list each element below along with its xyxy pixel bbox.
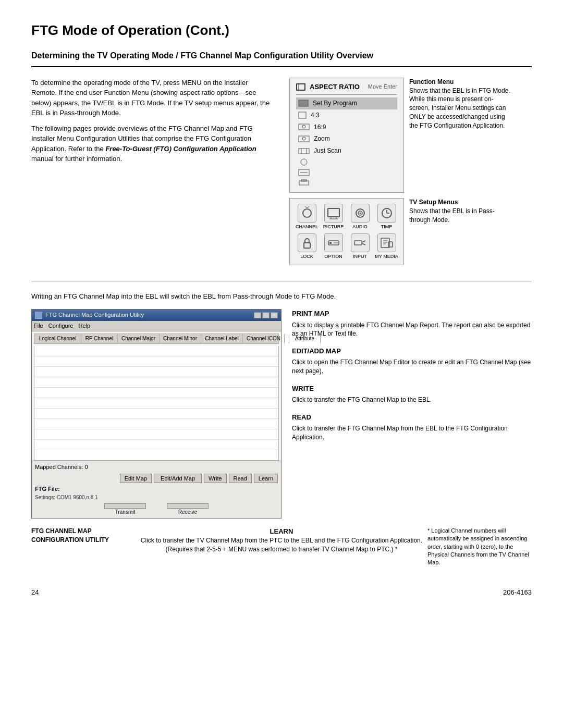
ar-icon-extra2 (298, 169, 310, 176)
aspect-ratio-container: ASPECT RATIO Move Enter Set By Program 4… (289, 78, 532, 193)
tv-setup-input: INPUT (348, 233, 372, 260)
tv-setup-time: TIME (375, 204, 398, 230)
bottom-label-left: FTG CHANNEL MAP CONFIGURATION UTILITY (31, 527, 136, 567)
tv-setup-note-text: Shows that the EBL is in Pass-through Mo… (409, 207, 495, 224)
edit-map-button[interactable]: Edit Map (120, 474, 152, 483)
table-row (34, 388, 278, 398)
mapped-channels: Mapped Channels: 0 (35, 463, 278, 471)
ftg-settings: Settings: COM1 9600,n,8,1 (35, 494, 278, 501)
para2: The following pages provide overviews of… (31, 124, 274, 164)
aspect-ratio-icon (296, 83, 305, 91)
col-empty (285, 334, 289, 343)
learn-button[interactable]: Learn (254, 474, 278, 483)
tv-setup-container: CHANNEL PICTURE AUDIO (289, 198, 532, 265)
ar-icon-justscan (298, 147, 310, 154)
ftg-buttons: Edit Map Edit/Add Map Write Read Learn (35, 474, 278, 483)
ftg-titlebar: FTG Channel Map Configuration Utility _ … (32, 310, 281, 320)
col-logical: Logical Channel (34, 334, 81, 343)
edit-add-map-title: EDIT/ADD MAP (292, 347, 532, 356)
learn-label: LEARN (136, 527, 427, 536)
ar-icon-extra3 (298, 179, 310, 187)
svg-line-35 (362, 243, 365, 245)
table-row (34, 356, 278, 367)
edit-add-map-button[interactable]: Edit/Add Map (154, 474, 202, 483)
maximize-button[interactable]: □ (262, 312, 270, 318)
edit-add-map-annotation: EDIT/ADD MAP Click to open the FTG Chann… (292, 347, 532, 376)
ar-icon-setbyprogram (298, 100, 309, 107)
aspect-ratio-box: ASPECT RATIO Move Enter Set By Program 4… (289, 78, 404, 193)
print-map-title: PRINT MAP (292, 309, 532, 318)
tv-setup-option: OPTION (322, 233, 345, 260)
ar-item-zoom[interactable]: Zoom (296, 133, 397, 145)
ar-item-extra3 (296, 178, 397, 188)
svg-point-5 (302, 125, 305, 128)
table-row (34, 440, 278, 450)
ftg-table-header: Logical Channel RF Channel Channel Major… (34, 334, 279, 344)
ftg-titlebar-left: FTG Channel Map Configuration Utility (35, 311, 144, 319)
col-major: Channel Major (118, 334, 160, 343)
tv-setup-mymedia: MY MEDIA (375, 233, 398, 260)
write-button[interactable]: Write (204, 474, 226, 483)
tv-setup-note-title: TV Setup Menus (409, 199, 458, 206)
para1: To determine the operating mode of the T… (31, 78, 274, 118)
lock-icon (298, 233, 316, 252)
section-subtitle: Determining the TV Operating Mode / FTG … (31, 50, 532, 67)
read-button[interactable]: Read (229, 474, 252, 483)
ftg-transmit-row: Transmit Receive (35, 503, 278, 516)
bottom-labels: FTG CHANNEL MAP CONFIGURATION UTILITY LE… (31, 527, 532, 567)
menu-file[interactable]: File (34, 322, 43, 330)
ar-item-extra1 (296, 157, 397, 167)
menu-help[interactable]: Help (78, 322, 90, 330)
table-row (34, 409, 278, 419)
ar-icon-extra1 (298, 158, 310, 166)
read-title: READ (292, 413, 532, 422)
ftg-window: FTG Channel Map Configuration Utility _ … (31, 309, 282, 519)
right-annotations: PRINT MAP Click to display a printable F… (292, 309, 532, 441)
ftg-utility-label: FTG CHANNEL MAP CONFIGURATION UTILITY (31, 527, 136, 545)
left-text-block: To determine the operating mode of the T… (31, 78, 274, 265)
svg-point-16 (303, 209, 311, 217)
receive-section: Receive (167, 503, 209, 516)
svg-rect-3 (299, 112, 306, 118)
minimize-button[interactable]: _ (254, 312, 261, 318)
time-icon (377, 204, 396, 223)
ar-item-169[interactable]: 16:9 (296, 121, 397, 133)
ar-item-setbyprogram[interactable]: Set By Program (296, 97, 397, 109)
menu-configure[interactable]: Configure (48, 322, 74, 330)
bottom-section: Writing an FTG Channel Map into the EBL … (31, 292, 532, 567)
col-minor: Channel Minor (160, 334, 201, 343)
svg-rect-8 (299, 149, 309, 154)
aspect-ratio-title: ASPECT RATIO (310, 82, 364, 92)
write-annotation: WRITE Click to transfer the FTG Channel … (292, 384, 532, 404)
table-row (34, 398, 278, 409)
input-icon (351, 233, 370, 252)
ar-item-justscan[interactable]: Just Scan (296, 145, 397, 157)
table-row (34, 429, 278, 440)
col-icon: Channel ICON (243, 334, 285, 343)
page-title: FTG Mode of Operation (Cont.) (31, 21, 532, 40)
col-label: Channel Label (201, 334, 243, 343)
write-text: Click to transfer the FTG Channel Map to… (292, 396, 532, 404)
mymedia-icon (377, 233, 396, 252)
ftg-window-controls[interactable]: _ □ × (254, 312, 278, 318)
ftg-menubar: File Configure Help (32, 321, 281, 331)
ar-item-43[interactable]: 4:3 (296, 109, 397, 121)
transmit-label: Transmit (115, 509, 136, 515)
audio-icon (351, 204, 370, 223)
tv-setup-lock: LOCK (295, 233, 319, 260)
close-button[interactable]: × (271, 312, 278, 318)
writing-note: Writing an FTG Channel Map into the EBL … (31, 292, 532, 301)
function-menu-text: Shows that the EBL is in FTG Mode. While… (409, 87, 510, 129)
svg-rect-29 (304, 243, 310, 248)
ar-icon-zoom (298, 135, 310, 142)
ar-icon-169 (298, 124, 310, 130)
picture-icon (324, 204, 343, 223)
section-divider (31, 281, 532, 281)
tv-setup-note: TV Setup Menus Shows that the EBL is in … (409, 198, 503, 224)
table-row (34, 419, 278, 429)
table-row (34, 367, 278, 377)
svg-rect-31 (329, 242, 332, 244)
tv-setup-grid: CHANNEL PICTURE AUDIO (295, 204, 398, 260)
svg-rect-40 (388, 242, 393, 247)
table-row (34, 377, 278, 388)
